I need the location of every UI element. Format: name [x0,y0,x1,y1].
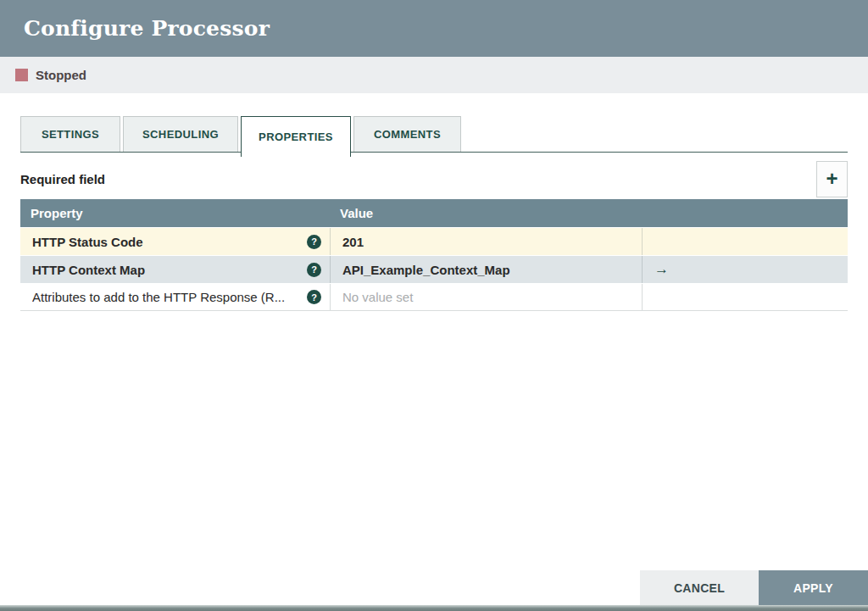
property-extra-cell [642,228,848,255]
status-label: Stopped [36,68,86,82]
required-field-row: Required field + [20,160,848,197]
dialog-content: SETTINGS SCHEDULING PROPERTIES COMMENTS … [0,111,868,311]
table-row-http-status-code[interactable]: HTTP Status Code ? 201 [20,227,848,255]
properties-table-header: Property Value [20,199,848,227]
property-name-cell: Attributes to add to the HTTP Response (… [20,284,330,310]
table-row-attributes-to-add[interactable]: Attributes to add to the HTTP Response (… [20,283,848,311]
property-name: Attributes to add to the HTTP Response (… [32,290,285,304]
tab-scheduling[interactable]: SCHEDULING [123,116,238,152]
property-name-cell: HTTP Status Code ? [20,228,330,255]
add-property-button[interactable]: + [816,161,848,197]
property-value-cell[interactable]: No value set [330,284,642,310]
property-value-cell[interactable]: 201 [330,228,642,255]
tab-settings[interactable]: SETTINGS [20,116,120,152]
tab-comments[interactable]: COMMENTS [353,116,461,152]
property-name: HTTP Context Map [32,263,145,277]
configure-processor-dialog: Configure Processor Stopped SETTINGS SCH… [0,0,868,611]
dialog-bottom-edge [0,605,868,611]
property-extra-cell: → [642,256,848,283]
dialog-title: Configure Processor [24,16,270,41]
property-value-cell[interactable]: API_Example_Context_Map [330,256,642,283]
value-column-header: Value [330,206,642,220]
plus-icon: + [826,169,837,189]
dialog-footer: CANCEL APPLY [640,570,868,605]
stopped-status-icon [15,69,28,81]
cancel-button[interactable]: CANCEL [640,570,759,605]
property-extra-cell [642,284,848,310]
property-name-cell: HTTP Context Map ? [20,256,330,283]
tab-bar: SETTINGS SCHEDULING PROPERTIES COMMENTS [20,111,848,153]
table-row-http-context-map[interactable]: HTTP Context Map ? API_Example_Context_M… [20,255,848,283]
dialog-header: Configure Processor [0,0,868,57]
question-circle-icon[interactable]: ? [307,263,321,277]
status-bar: Stopped [0,57,868,93]
apply-button[interactable]: APPLY [759,570,868,605]
tab-scheduling-label: SCHEDULING [142,128,219,141]
tab-comments-label: COMMENTS [374,128,441,141]
properties-table: Property Value HTTP Status Code ? 201 HT… [20,199,848,311]
required-field-label: Required field [20,172,105,186]
tab-properties[interactable]: PROPERTIES [241,116,351,157]
question-circle-icon[interactable]: ? [307,290,321,304]
question-circle-icon[interactable]: ? [307,235,321,249]
tab-properties-label: PROPERTIES [259,131,333,143]
tab-settings-label: SETTINGS [42,128,99,141]
property-column-header: Property [20,206,330,220]
property-name: HTTP Status Code [32,235,143,249]
go-to-service-arrow-icon[interactable]: → [654,261,669,278]
